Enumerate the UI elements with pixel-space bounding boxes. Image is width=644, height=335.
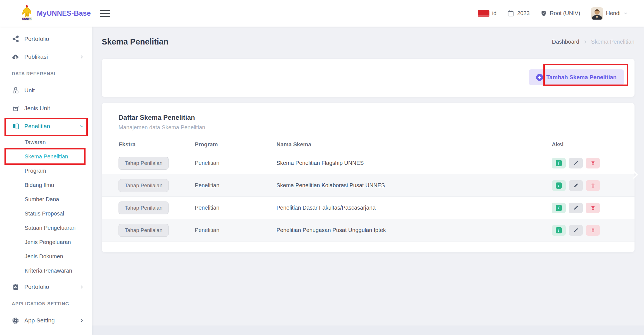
pencil-icon bbox=[573, 228, 579, 233]
column-header-ekstra: Ekstra bbox=[119, 141, 195, 148]
chevron-right-icon bbox=[80, 318, 84, 323]
delete-button[interactable] bbox=[586, 180, 600, 191]
sidebar-item-publikasi[interactable]: Publikasi bbox=[0, 48, 92, 66]
edit-button[interactable] bbox=[569, 203, 583, 213]
sidebar-subitem-status-proposal[interactable]: Status Proposal bbox=[0, 207, 92, 221]
hamburger-bar bbox=[100, 13, 110, 14]
table-row: Tahap Penilaian Penelitian Skema Penelit… bbox=[102, 152, 634, 174]
view-button[interactable]: i bbox=[552, 158, 566, 168]
chevron-right-icon bbox=[583, 40, 587, 44]
shield-icon bbox=[540, 10, 547, 17]
sidebar-item-label: Portofolio bbox=[24, 284, 49, 290]
sidebar-item-penelitian[interactable]: Penelitian bbox=[0, 117, 92, 135]
header-right-group: id 2023 Root (UNIV) bbox=[478, 7, 644, 20]
sidebar-subitem-jenis-pengeluaran[interactable]: Jenis Pengeluaran bbox=[0, 235, 92, 249]
delete-button[interactable] bbox=[586, 203, 600, 213]
svg-text:UNNES: UNNES bbox=[22, 17, 31, 20]
tambah-button-label: Tambah Skema Penelitian bbox=[546, 74, 617, 81]
breadcrumb-dashboard-link[interactable]: Dashboard bbox=[552, 39, 579, 45]
trash-icon bbox=[590, 160, 596, 166]
page-title: Skema Penelitian bbox=[102, 37, 169, 46]
trash-icon bbox=[590, 228, 596, 233]
sidebar-item-label: App Setting bbox=[24, 317, 55, 324]
sidebar-item-label: Penelitian bbox=[24, 123, 50, 130]
view-button[interactable]: i bbox=[552, 203, 566, 213]
cell-program: Penelitian bbox=[195, 205, 276, 211]
sidebar-item-label: Unit bbox=[24, 87, 35, 94]
sidebar-subitem-jenis-dokumen[interactable]: Jenis Dokumen bbox=[0, 249, 92, 264]
sidebar-item-portofolio[interactable]: Portofolio bbox=[0, 30, 92, 48]
brand-logo[interactable]: UNNES MyUNNES-Base bbox=[0, 5, 92, 22]
view-button[interactable]: i bbox=[552, 180, 566, 191]
app-root: UNNES MyUNNES-Base id 2 bbox=[0, 0, 644, 335]
cell-nama-skema: Skema Penelitian Kolaborasi Pusat UNNES bbox=[276, 182, 552, 189]
skema-table: Ekstra Program Nama Skema Aksi Tahap Pen… bbox=[102, 137, 634, 242]
cell-program: Penelitian bbox=[195, 182, 276, 189]
calendar-icon bbox=[507, 10, 514, 17]
page-head: Skema Penelitian Dashboard Skema Penelit… bbox=[92, 27, 644, 46]
info-icon: i bbox=[556, 160, 562, 166]
edit-button[interactable] bbox=[569, 158, 583, 168]
hamburger-bar bbox=[100, 10, 110, 11]
sidebar-item-app-setting[interactable]: App Setting bbox=[0, 311, 92, 329]
info-icon: i bbox=[556, 182, 562, 189]
sidebar-subitem-sumber-dana[interactable]: Sumber Dana bbox=[0, 192, 92, 207]
info-icon: i bbox=[556, 227, 562, 233]
sidebar-item-label: Publikasi bbox=[24, 53, 48, 60]
archive-icon bbox=[12, 105, 19, 112]
sidebar-subitem-satuan-pengeluaran[interactable]: Satuan Pengeluaran bbox=[0, 221, 92, 235]
sidebar-subitem-bidang-ilmu[interactable]: Bidang Ilmu bbox=[0, 178, 92, 192]
tahap-penilaian-badge[interactable]: Tahap Penilaian bbox=[119, 157, 169, 170]
chevron-down-icon bbox=[79, 124, 84, 128]
sidebar-item-label: Jenis Unit bbox=[24, 105, 50, 112]
cell-nama-skema: Skema Penelitian Flagship UNNES bbox=[276, 160, 552, 166]
sidebar-subitem-tawaran[interactable]: Tawaran bbox=[0, 135, 92, 149]
overlay-chevron-right-icon[interactable] bbox=[629, 168, 641, 182]
menu-toggle-button[interactable] bbox=[100, 10, 110, 17]
table-row: Tahap Penilaian Penelitian Skema Penelit… bbox=[102, 174, 634, 197]
tambah-skema-penelitian-button[interactable]: + Tambah Skema Penelitian bbox=[529, 69, 624, 85]
user-menu[interactable]: Hendi bbox=[591, 7, 628, 20]
hamburger-bar bbox=[100, 16, 110, 17]
cell-nama-skema: Penelitian Dasar Fakultas/Pascasarjana bbox=[276, 205, 552, 211]
sidebar-item-unit[interactable]: Unit bbox=[0, 81, 92, 99]
edit-button[interactable] bbox=[569, 180, 583, 191]
table-row: Tahap Penilaian Penelitian Penelitian Da… bbox=[102, 197, 634, 219]
sidebar-subitem-program[interactable]: Program bbox=[0, 164, 92, 178]
sidebar-subitem-kriteria-penawaran[interactable]: Kriteria Penawaran bbox=[0, 264, 92, 278]
year-selector[interactable]: 2023 bbox=[507, 10, 530, 17]
sidebar-item-portofolio-2[interactable]: Portofolio bbox=[0, 278, 92, 296]
tahap-penilaian-badge[interactable]: Tahap Penilaian bbox=[119, 202, 169, 214]
delete-button[interactable] bbox=[586, 225, 600, 236]
locale-switcher[interactable]: id bbox=[478, 10, 497, 17]
trash-icon bbox=[590, 205, 596, 210]
unnes-logo-icon: UNNES bbox=[20, 5, 34, 22]
sidebar-section-data-referensi: DATA REFERENSI bbox=[0, 66, 92, 81]
cell-program: Penelitian bbox=[195, 160, 276, 166]
row-actions: i bbox=[552, 225, 624, 236]
cell-nama-skema: Penelitian Penugasan Pusat Unggulan Ipte… bbox=[276, 227, 552, 233]
top-header: UNNES MyUNNES-Base id 2 bbox=[0, 0, 644, 27]
info-icon: i bbox=[556, 205, 562, 211]
chevron-down-icon bbox=[623, 11, 628, 16]
toolbar-card: + Tambah Skema Penelitian bbox=[102, 59, 634, 97]
delete-button[interactable] bbox=[586, 158, 600, 168]
sidebar-item-jenis-unit[interactable]: Jenis Unit bbox=[0, 99, 92, 117]
user-name: Hendi bbox=[606, 10, 621, 17]
column-header-program: Program bbox=[195, 141, 276, 148]
pencil-icon bbox=[573, 183, 579, 188]
sidebar-subitem-skema-penelitian[interactable]: Skema Penelitian bbox=[0, 149, 92, 164]
table-header-row: Ekstra Program Nama Skema Aksi bbox=[102, 137, 634, 152]
tahap-penilaian-badge[interactable]: Tahap Penilaian bbox=[119, 179, 169, 192]
breadcrumb: Dashboard Skema Penelitian bbox=[552, 39, 635, 45]
edit-button[interactable] bbox=[569, 225, 583, 236]
user-avatar bbox=[591, 7, 603, 20]
cell-program: Penelitian bbox=[195, 227, 276, 233]
table-row: Tahap Penilaian Penelitian Penelitian Pe… bbox=[102, 219, 634, 242]
indonesia-flag-icon bbox=[478, 10, 489, 17]
role-selector[interactable]: Root (UNIV) bbox=[540, 10, 580, 17]
row-actions: i bbox=[552, 180, 624, 191]
tahap-penilaian-badge[interactable]: Tahap Penilaian bbox=[119, 224, 169, 237]
view-button[interactable]: i bbox=[552, 225, 566, 236]
sidebar: Portofolio Publikasi DATA REFERENSI bbox=[0, 27, 92, 335]
